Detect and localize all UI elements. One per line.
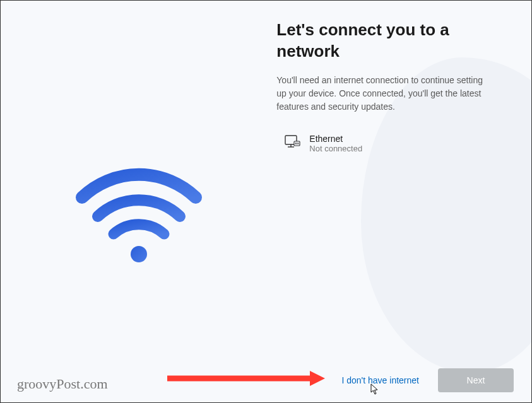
network-details: Ethernet Not connected (309, 134, 362, 153)
network-name: Ethernet (309, 134, 362, 144)
svg-point-0 (131, 246, 147, 262)
wifi-icon (69, 160, 208, 269)
no-internet-link[interactable]: I don't have internet (335, 371, 425, 389)
ethernet-icon (284, 134, 300, 153)
illustration-panel (1, 1, 276, 402)
watermark-text: groovyPost.com (17, 376, 108, 392)
page-title: Let's connect you to a network (276, 20, 491, 62)
content-panel: Let's connect you to a network You'll ne… (276, 1, 531, 402)
next-button[interactable]: Next (438, 368, 514, 392)
page-description: You'll need an internet connection to co… (276, 74, 491, 114)
network-option-ethernet[interactable]: Ethernet Not connected (284, 131, 506, 156)
network-status: Not connected (309, 144, 362, 153)
